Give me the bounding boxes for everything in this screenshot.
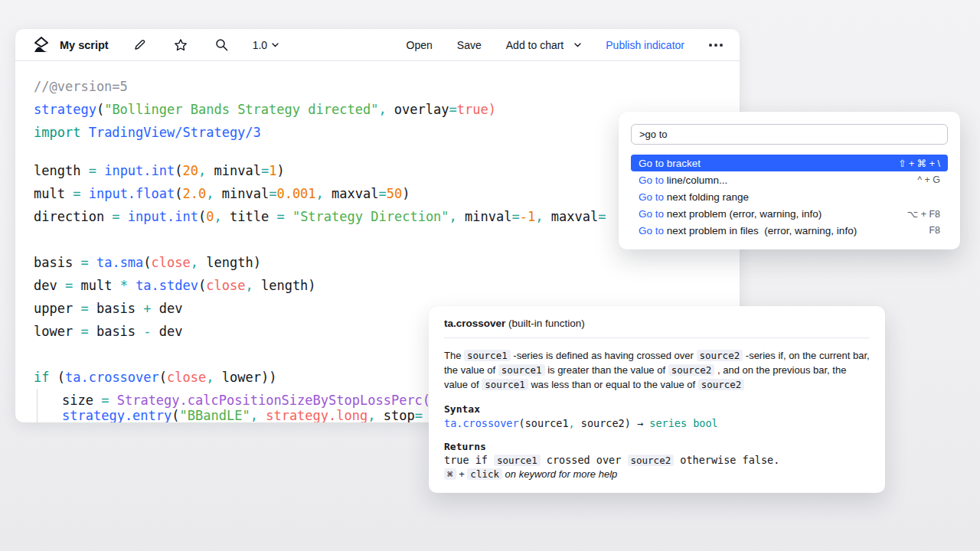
code-token: import	[34, 125, 89, 140]
code-token: mult	[73, 278, 119, 293]
code-token: ta.crossover	[65, 370, 159, 385]
text-segment: was less than or equal to the value of	[528, 379, 698, 390]
code-token: =	[512, 209, 520, 224]
code-token: (source1	[519, 417, 569, 429]
code-token: ,	[206, 186, 214, 201]
save-button[interactable]: Save	[457, 39, 482, 51]
code-token: close	[167, 370, 206, 385]
code-token: if	[34, 370, 49, 385]
code-token	[128, 278, 136, 293]
tooltip-function-name: ta.crossover	[444, 318, 505, 329]
code-token: title	[222, 209, 277, 224]
code-token: upper	[34, 301, 80, 316]
code-token: (	[172, 408, 179, 422]
rename-pencil-icon[interactable]	[133, 38, 146, 51]
publish-indicator-button[interactable]: Publish indicator	[606, 39, 684, 51]
code-token: strategy	[34, 102, 96, 117]
code-chip: ⌘	[444, 468, 456, 480]
code-token: input.int	[128, 209, 198, 224]
code-token: =	[73, 186, 80, 201]
code-token: =	[415, 408, 423, 422]
code-token: =	[65, 278, 73, 293]
code-token: (	[175, 186, 182, 201]
tooltip-syntax-label: Syntax	[444, 403, 870, 415]
command-palette-item[interactable]: Go to line/column...^ + G	[631, 171, 948, 188]
code-token	[120, 209, 128, 224]
code-token: close	[152, 255, 191, 270]
more-options-icon[interactable]	[709, 44, 723, 47]
code-chip: source1	[482, 379, 528, 390]
code-token: "Strategy Direction"	[292, 209, 449, 224]
version-label: 1.0	[253, 39, 267, 51]
tooltip-returns-label: Returns	[444, 441, 870, 452]
pine-logo-icon[interactable]	[32, 37, 51, 54]
code-token: basis	[89, 301, 144, 316]
code-token: ,	[245, 278, 253, 293]
search-icon[interactable]	[215, 38, 228, 51]
match-highlight: Go to	[639, 208, 664, 220]
code-token: 0.001	[276, 186, 315, 201]
command-palette-item[interactable]: Go to bracket⇧ + ⌘ + \	[631, 155, 948, 171]
tooltip-returns-line: true if source1 crossed over source2 oth…	[429, 452, 885, 466]
code-token	[96, 163, 104, 178]
code-token: TradingView/Strategy/3	[89, 125, 261, 140]
command-palette-item[interactable]: Go to next problem in files (error, warn…	[631, 222, 948, 239]
code-token: minval	[457, 209, 512, 224]
code-token: (	[96, 102, 104, 117]
code-line: basis = ta.sma(close, length)	[34, 251, 740, 274]
command-palette-item[interactable]: Go to next folding range	[631, 188, 948, 205]
code-token: series bool	[649, 417, 717, 429]
code-token: =	[80, 255, 88, 270]
code-token: =	[261, 163, 269, 178]
code-token: ta.stdev	[136, 278, 198, 293]
code-token: basis	[34, 255, 80, 270]
version-dropdown[interactable]: 1.0	[253, 39, 279, 51]
code-token: input.float	[89, 186, 175, 201]
add-to-chart-chevron-icon[interactable]	[574, 43, 581, 47]
code-token: 2.0	[183, 186, 207, 201]
code-token: =	[80, 301, 88, 316]
code-token: =	[112, 209, 119, 224]
chevron-down-icon	[272, 43, 279, 47]
code-token: ,	[191, 255, 198, 270]
code-token: ,	[368, 408, 375, 422]
command-label: bracket	[664, 158, 701, 169]
code-token: strategy.long	[266, 408, 368, 422]
favorite-star-icon[interactable]	[174, 38, 188, 52]
code-token: 50	[387, 186, 402, 201]
code-token: true)	[457, 102, 496, 117]
text-segment: on keyword for more help	[502, 468, 617, 480]
add-to-chart-button[interactable]: Add to chart	[506, 39, 564, 51]
open-button[interactable]: Open	[407, 39, 433, 51]
code-token: length)	[198, 255, 261, 270]
code-token: 1	[269, 163, 276, 178]
script-title: My script	[60, 39, 109, 51]
code-token: (	[159, 370, 167, 385]
code-token	[285, 209, 292, 224]
tooltip-hint-line: ⌘ + click on keyword for more help	[429, 466, 885, 480]
tooltip-description: The source1 -series is defined as having…	[429, 338, 885, 392]
editor-toolbar: My script 1.0 Open Save Add to chart Pu	[15, 29, 740, 61]
command-palette-list: Go to bracket⇧ + ⌘ + \Go to line/column.…	[631, 155, 948, 239]
code-token: ,	[449, 209, 457, 224]
code-token: lower	[34, 324, 80, 339]
shortcut-label: ⌥ + F8	[907, 208, 940, 220]
command-label: next problem (error, warning, info)	[664, 208, 822, 220]
code-token: minval	[206, 163, 261, 178]
code-token: close	[206, 278, 245, 293]
code-token: ,	[378, 102, 386, 117]
command-palette-input[interactable]	[631, 124, 948, 145]
code-token: 0	[206, 209, 214, 224]
code-token: minval	[214, 186, 270, 201]
code-token: maxval	[543, 209, 598, 224]
shortcut-label: ^ + G	[917, 174, 940, 185]
match-highlight: Go to	[639, 174, 664, 186]
code-token: =	[598, 209, 606, 224]
code-chip: source2	[668, 364, 715, 376]
code-token: +	[143, 301, 151, 316]
text-segment: The	[444, 350, 464, 361]
command-palette-item[interactable]: Go to next problem (error, warning, info…	[631, 205, 948, 222]
code-token: mult	[34, 186, 73, 201]
code-token: dev	[152, 301, 183, 316]
code-token: =	[269, 186, 276, 201]
